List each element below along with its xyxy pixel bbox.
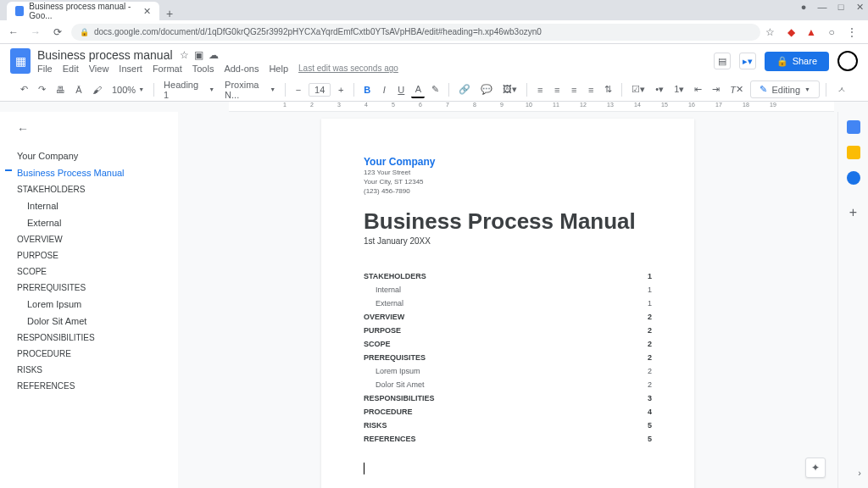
outline-back-button[interactable]: ← [17, 122, 171, 136]
present-icon[interactable]: ▸▾ [739, 53, 756, 69]
text-color-button[interactable]: A [411, 81, 425, 98]
document-canvas[interactable]: Your Company 123 Your Street Your City, … [178, 112, 837, 488]
url-field[interactable]: 🔒 docs.google.com/document/d/1qDfG0krQG2… [71, 24, 760, 41]
document-page[interactable]: Your Company 123 Your Street Your City, … [321, 119, 694, 488]
forward-button[interactable]: → [27, 24, 44, 41]
highlight-button[interactable]: ✎ [428, 81, 442, 97]
clear-format-button[interactable]: T✕ [726, 81, 747, 97]
back-button[interactable]: ← [5, 24, 22, 41]
font-select[interactable]: Proxima N...▼ [221, 78, 279, 102]
outline-item[interactable]: Lorem Ipsum [17, 296, 171, 313]
outline-item[interactable]: PREREQUISITES [17, 280, 171, 296]
image-button[interactable]: 🖼▾ [499, 81, 520, 97]
link-button[interactable]: 🔗 [455, 81, 474, 97]
toc-row[interactable]: OVERVIEW2 [364, 310, 652, 324]
maximize-icon[interactable]: □ [836, 2, 846, 12]
document-date[interactable]: 1st January 20XX [364, 236, 652, 246]
outline-item[interactable]: PROCEDURE [17, 346, 171, 362]
editing-mode-button[interactable]: ✎ Editing ▼ [750, 80, 820, 98]
checklist-button[interactable]: ☑▾ [628, 81, 648, 97]
company-address-2[interactable]: Your City, ST 12345 [364, 177, 652, 186]
browser-tab[interactable]: Business process manual - Goo... ✕ [7, 2, 159, 20]
outline-item[interactable]: Internal [17, 197, 171, 214]
menu-view[interactable]: View [89, 64, 109, 74]
outline-item[interactable]: RESPONSIBILITIES [17, 330, 171, 346]
menu-tools[interactable]: Tools [192, 64, 214, 74]
align-center-button[interactable]: ≡ [550, 82, 564, 97]
redo-button[interactable]: ↷ [35, 81, 49, 97]
increase-font-button[interactable]: + [334, 82, 348, 97]
outline-item[interactable]: Business Process Manual [17, 164, 171, 181]
ruler[interactable]: 12345678910111213141516171819 [229, 102, 834, 112]
toc-row[interactable]: PROCEDURE4 [364, 405, 652, 419]
outline-item[interactable]: SCOPE [17, 263, 171, 280]
company-name[interactable]: Your Company [364, 156, 652, 168]
table-of-contents[interactable]: STAKEHOLDERS1Internal1External1OVERVIEW2… [364, 269, 652, 446]
toc-row[interactable]: SCOPE2 [364, 337, 652, 351]
star-icon[interactable]: ☆ [765, 26, 775, 38]
menu-addons[interactable]: Add-ons [224, 64, 259, 74]
menu-format[interactable]: Format [153, 64, 182, 74]
outline-item[interactable]: OVERVIEW [17, 231, 171, 247]
decrease-font-button[interactable]: − [292, 82, 305, 97]
move-icon[interactable]: ▣ [194, 49, 203, 61]
line-spacing-button[interactable]: ⇅ [601, 81, 615, 97]
tasks-icon[interactable] [847, 171, 860, 185]
bulleted-list-button[interactable]: •▾ [652, 81, 667, 97]
align-right-button[interactable]: ≡ [567, 82, 581, 97]
decrease-indent-button[interactable]: ⇤ [691, 81, 705, 97]
explore-button[interactable]: ✦ [805, 458, 826, 478]
menu-insert[interactable]: Insert [119, 64, 142, 74]
toc-row[interactable]: RISKS5 [364, 419, 652, 432]
style-select[interactable]: Heading 1▼ [160, 78, 218, 102]
toc-row[interactable]: REFERENCES5 [364, 432, 652, 446]
ext-icon[interactable]: ▲ [805, 26, 817, 38]
reload-button[interactable]: ⟳ [49, 24, 66, 41]
account-avatar[interactable] [837, 51, 858, 71]
underline-button[interactable]: U [394, 82, 408, 97]
new-tab-button[interactable]: + [159, 7, 180, 20]
align-left-button[interactable]: ≡ [533, 82, 547, 97]
menu-file[interactable]: File [37, 64, 53, 74]
toc-row[interactable]: Lorem Ipsum2 [364, 364, 652, 378]
outline-item[interactable]: STAKEHOLDERS [17, 181, 171, 197]
font-size[interactable]: 14 [309, 83, 331, 97]
increase-indent-button[interactable]: ⇥ [709, 81, 723, 97]
toc-row[interactable]: STAKEHOLDERS1 [364, 269, 652, 283]
calendar-icon[interactable] [847, 120, 860, 134]
numbered-list-button[interactable]: 1▾ [670, 81, 687, 97]
undo-button[interactable]: ↶ [17, 81, 31, 97]
comment-button[interactable]: 💬 [477, 81, 496, 97]
docs-logo[interactable]: ▦ [10, 48, 31, 74]
company-phone[interactable]: (123) 456-7890 [364, 186, 652, 196]
close-window-icon[interactable]: ✕ [854, 2, 865, 12]
menu-edit[interactable]: Edit [63, 64, 79, 74]
keep-icon[interactable] [847, 146, 860, 159]
menu-icon[interactable]: ⋮ [846, 26, 858, 38]
ext-icon[interactable]: ◆ [785, 26, 797, 38]
hide-menus-button[interactable]: ㅅ [832, 81, 851, 98]
paint-format-button[interactable]: 🖌 [89, 82, 105, 97]
zoom-select[interactable]: 100%▼ [108, 83, 147, 97]
toc-row[interactable]: Internal1 [364, 283, 652, 297]
outline-item[interactable]: REFERENCES [17, 378, 171, 394]
menu-help[interactable]: Help [269, 64, 288, 74]
minimize-icon[interactable]: — [817, 2, 827, 12]
share-button[interactable]: 🔒 Share [765, 52, 829, 71]
outline-item[interactable]: External [17, 214, 171, 231]
document-title[interactable]: Business process manual [37, 48, 173, 62]
print-button[interactable]: 🖶 [53, 82, 69, 97]
company-address-1[interactable]: 123 Your Street [364, 168, 652, 177]
italic-button[interactable]: I [377, 82, 391, 97]
toc-row[interactable]: Dolor Sit Amet2 [364, 378, 652, 391]
comments-icon[interactable]: ▤ [714, 53, 731, 69]
star-icon[interactable]: ☆ [180, 49, 189, 61]
ext-icon[interactable]: ○ [826, 26, 837, 38]
close-icon[interactable]: ✕ [143, 6, 151, 17]
toc-row[interactable]: PURPOSE2 [364, 324, 652, 337]
outline-item[interactable]: Your Company [17, 147, 171, 164]
document-heading[interactable]: Business Process Manual [364, 208, 652, 235]
toc-row[interactable]: External1 [364, 297, 652, 310]
outline-item[interactable]: RISKS [17, 362, 171, 378]
add-addon-button[interactable]: + [849, 205, 857, 220]
